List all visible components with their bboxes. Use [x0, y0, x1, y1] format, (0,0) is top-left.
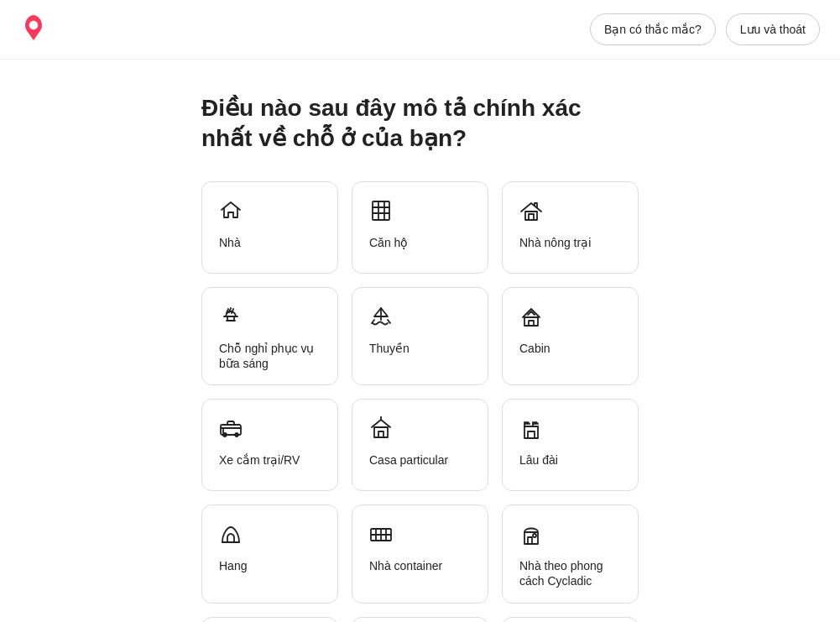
main-content: Điều nào sau đây mô tả chính xác nhất về…	[0, 60, 840, 622]
card-nha-duoi-long-dat[interactable]: Nhà dưới lòng đất	[502, 617, 639, 622]
card-can-ho[interactable]: Căn hộ	[352, 181, 488, 274]
card-dammuso[interactable]: Dammuso	[201, 617, 338, 622]
nha-container-label: Nhà container	[369, 558, 471, 573]
nha-cycladic-label: Nhà theo phong cách Cycladic	[519, 558, 621, 588]
thuyen-icon	[369, 305, 471, 332]
card-nha[interactable]: Nhà	[201, 181, 338, 274]
card-nha-nong-trai[interactable]: Nhà nông trại	[502, 181, 639, 274]
svg-rect-7	[524, 317, 538, 326]
svg-rect-14	[378, 431, 383, 437]
cho-nghi-bua-sang-label: Chỗ nghỉ phục vụ bữa sáng	[219, 341, 321, 371]
lau-dai-label: Lâu đài	[519, 452, 621, 468]
hang-icon	[219, 522, 321, 550]
card-nha-vom[interactable]: Nhà vòm	[352, 617, 488, 622]
card-thuyen[interactable]: Thuyền	[352, 287, 488, 385]
nha-cycladic-icon	[519, 522, 621, 550]
thuyen-label: Thuyền	[369, 341, 471, 356]
cabin-icon	[519, 305, 621, 332]
xe-cam-trai-icon	[219, 416, 321, 444]
casa-particular-icon	[369, 416, 471, 444]
svg-point-26	[533, 534, 536, 537]
card-nha-cycladic[interactable]: Nhà theo phong cách Cycladic	[502, 504, 639, 603]
header-actions: Bạn có thắc mắc? Lưu và thoát	[590, 13, 820, 45]
airbnb-logo	[20, 14, 47, 44]
nha-label: Nhà	[219, 235, 321, 250]
svg-rect-17	[528, 431, 535, 438]
svg-rect-16	[524, 426, 538, 438]
svg-rect-6	[529, 214, 534, 220]
nha-container-icon	[369, 522, 471, 550]
svg-rect-8	[529, 321, 534, 326]
card-cabin[interactable]: Cabin	[502, 287, 639, 385]
save-exit-button[interactable]: Lưu và thoát	[726, 13, 820, 45]
svg-rect-13	[374, 427, 388, 437]
property-type-grid: NhàCăn hộNhà nông trạiChỗ nghỉ phục vụ b…	[201, 181, 639, 622]
svg-rect-0	[373, 201, 389, 220]
can-ho-label: Căn hộ	[369, 235, 471, 250]
card-xe-cam-trai[interactable]: Xe cắm trại/RV	[201, 399, 338, 491]
card-cho-nghi-bua-sang[interactable]: Chỗ nghỉ phục vụ bữa sáng	[201, 287, 338, 385]
app-header: Bạn có thắc mắc? Lưu và thoát	[0, 0, 840, 60]
lau-dai-icon	[519, 416, 621, 444]
nha-icon	[219, 199, 321, 227]
can-ho-icon	[369, 199, 471, 227]
faq-button[interactable]: Bạn có thắc mắc?	[590, 13, 716, 45]
xe-cam-trai-label: Xe cắm trại/RV	[219, 452, 321, 468]
card-lau-dai[interactable]: Lâu đài	[502, 399, 639, 491]
nha-nong-trai-icon	[519, 199, 621, 227]
nha-nong-trai-label: Nhà nông trại	[519, 235, 621, 250]
cabin-label: Cabin	[519, 341, 621, 356]
card-nha-container[interactable]: Nhà container	[352, 504, 488, 603]
svg-rect-5	[525, 212, 537, 220]
hang-label: Hang	[219, 558, 321, 573]
svg-rect-25	[528, 537, 532, 544]
page-title: Điều nào sau đây mô tả chính xác nhất về…	[201, 93, 638, 154]
card-casa-particular[interactable]: Casa particular	[352, 399, 488, 491]
card-hang[interactable]: Hang	[201, 504, 338, 603]
casa-particular-label: Casa particular	[369, 452, 471, 468]
cho-nghi-bua-sang-icon	[219, 305, 321, 332]
